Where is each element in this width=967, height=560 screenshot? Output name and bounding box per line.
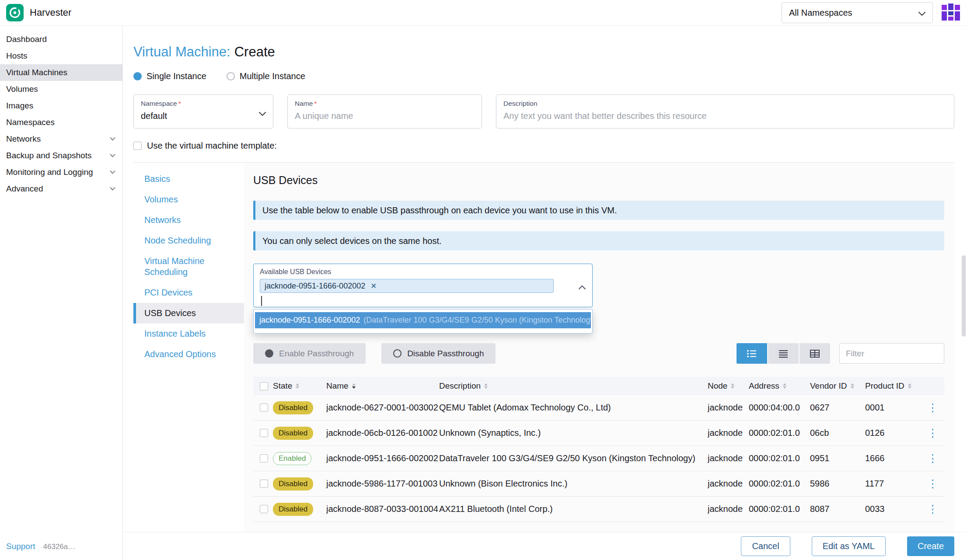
panel-title: USB Devices bbox=[253, 174, 944, 187]
device-name: jacknode-8087-0033-001004 bbox=[326, 504, 439, 514]
column-header-vendor-id[interactable]: Vendor ID bbox=[810, 381, 865, 391]
row-checkbox[interactable] bbox=[260, 429, 268, 437]
tab-networks[interactable]: Networks bbox=[133, 210, 244, 230]
dropdown-option[interactable]: jacknode-0951-1666-002002 (DataTraveler … bbox=[255, 312, 591, 328]
sidebar-item-advanced[interactable]: Advanced bbox=[0, 181, 122, 197]
column-header-product-id[interactable]: Product ID bbox=[865, 381, 926, 391]
node-name: jacknode bbox=[708, 504, 749, 514]
usb-devices-panel: USB Devices Use the table below to enabl… bbox=[244, 163, 954, 532]
chevron-down-icon bbox=[110, 187, 115, 191]
sidebar-item-backup-and-snapshots[interactable]: Backup and Snapshots bbox=[0, 147, 122, 164]
table-toolbar: Enable Passthrough Disable Passthrough bbox=[253, 343, 944, 364]
tab-instance-labels[interactable]: Instance Labels bbox=[133, 323, 244, 344]
brand-home-link[interactable]: Harvester bbox=[6, 4, 71, 21]
state-badge: Disabled bbox=[273, 401, 313, 414]
row-checkbox[interactable] bbox=[260, 454, 268, 463]
page-title: Virtual Machine:Create bbox=[133, 44, 954, 60]
row-actions-button[interactable]: ⋮ bbox=[927, 478, 938, 489]
sidebar-item-namespaces[interactable]: Namespaces bbox=[0, 114, 122, 131]
sidebar-item-volumes[interactable]: Volumes bbox=[0, 81, 122, 97]
usb-devices-table: StateNameDescriptionNodeAddressVendor ID… bbox=[253, 377, 944, 522]
row-actions-button[interactable]: ⋮ bbox=[927, 428, 938, 438]
name-input[interactable] bbox=[295, 111, 475, 121]
available-usb-devices-select[interactable]: Available USB Devices jacknode-0951-1666… bbox=[253, 264, 593, 307]
row-actions-button[interactable]: ⋮ bbox=[927, 453, 938, 464]
support-link[interactable]: Support bbox=[6, 542, 35, 551]
table-row: Disabledjacknode-8087-0033-001004AX211 B… bbox=[253, 497, 944, 522]
name-field: Name * bbox=[287, 94, 482, 129]
radio-label: Multiple Instance bbox=[240, 71, 305, 81]
disable-passthrough-button[interactable]: Disable Passthrough bbox=[381, 343, 496, 364]
list-lines-icon bbox=[778, 349, 789, 358]
radio-single-instance[interactable]: Single Instance bbox=[133, 71, 206, 81]
tab-pci-devices[interactable]: PCI Devices bbox=[133, 282, 244, 303]
namespace-select[interactable]: Namespace * default bbox=[133, 94, 273, 129]
vendor-id: 06cb bbox=[810, 428, 865, 438]
use-template-checkbox[interactable]: Use the virtual machine template: bbox=[133, 141, 277, 151]
scrollbar-thumb[interactable] bbox=[962, 255, 966, 337]
node-name: jacknode bbox=[708, 428, 749, 438]
tab-node-scheduling[interactable]: Node Scheduling bbox=[133, 230, 244, 251]
sidebar-item-images[interactable]: Images bbox=[0, 97, 122, 114]
column-header-state[interactable]: State bbox=[273, 381, 326, 391]
sidebar-item-networks[interactable]: Networks bbox=[0, 131, 122, 147]
column-header-address[interactable]: Address bbox=[749, 381, 810, 391]
tag-label: jacknode-0951-1666-002002 bbox=[265, 282, 365, 291]
product-id: 0001 bbox=[865, 403, 926, 413]
description-input[interactable] bbox=[503, 111, 947, 121]
tab-basics[interactable]: Basics bbox=[133, 169, 244, 189]
selected-device-tag: jacknode-0951-1666-002002 ✕ bbox=[260, 279, 554, 293]
row-actions-button[interactable]: ⋮ bbox=[927, 402, 938, 413]
radio-multiple-instance[interactable]: Multiple Instance bbox=[227, 71, 305, 81]
vendor-id: 0627 bbox=[810, 403, 865, 413]
row-checkbox[interactable] bbox=[260, 480, 268, 488]
select-all-checkbox[interactable] bbox=[260, 382, 268, 390]
create-button[interactable]: Create bbox=[907, 536, 954, 556]
compact-view-button[interactable] bbox=[768, 343, 799, 364]
required-asterisk: * bbox=[314, 100, 317, 108]
tab-usb-devices[interactable]: USB Devices bbox=[133, 303, 244, 323]
state-badge: Enabled bbox=[273, 452, 311, 465]
version-text: 46326a… bbox=[43, 543, 76, 551]
device-name: jacknode-0951-1666-002002 bbox=[326, 453, 439, 463]
state-badge: Disabled bbox=[273, 477, 313, 490]
sidebar-item-virtual-machines[interactable]: Virtual Machines bbox=[0, 64, 122, 81]
table-view-button[interactable] bbox=[799, 343, 830, 364]
sort-icon bbox=[783, 383, 786, 389]
device-address: 0000:02:01.0 bbox=[749, 504, 810, 514]
info-banner: Use the table below to enable USB passth… bbox=[253, 201, 944, 220]
edit-as-yaml-button[interactable]: Edit as YAML bbox=[812, 536, 886, 556]
row-actions-button[interactable]: ⋮ bbox=[927, 504, 938, 515]
combo-label: Available USB Devices bbox=[260, 268, 586, 276]
remove-tag-icon[interactable]: ✕ bbox=[370, 282, 377, 291]
main-content: Virtual Machine:Create Single Instance M… bbox=[123, 26, 967, 560]
sort-icon bbox=[731, 383, 734, 389]
tab-virtual-machine-scheduling[interactable]: Virtual Machine Scheduling bbox=[133, 251, 244, 282]
sidebar-item-label: Images bbox=[6, 101, 33, 111]
option-description: (DataTraveler 100 G3/G4/SE9 G2/50 Kyson … bbox=[363, 316, 591, 325]
vm-basic-form: Namespace * default Name * Description bbox=[133, 94, 954, 129]
state-badge: Disabled bbox=[273, 427, 313, 440]
namespace-filter-select[interactable]: All Namespaces bbox=[782, 2, 933, 23]
list-view-button[interactable] bbox=[737, 343, 767, 364]
user-avatar-identicon[interactable] bbox=[942, 3, 960, 22]
cancel-button[interactable]: Cancel bbox=[741, 536, 790, 556]
row-checkbox[interactable] bbox=[260, 505, 268, 513]
device-address: 0000:04:00.0 bbox=[749, 403, 810, 413]
enable-passthrough-button[interactable]: Enable Passthrough bbox=[253, 343, 366, 364]
checkbox-icon bbox=[133, 142, 142, 150]
tab-advanced-options[interactable]: Advanced Options bbox=[133, 344, 244, 365]
row-checkbox[interactable] bbox=[260, 403, 268, 412]
column-label: State bbox=[273, 381, 292, 391]
required-asterisk: * bbox=[178, 100, 181, 108]
list-bullets-icon bbox=[747, 349, 757, 358]
column-header-name[interactable]: Name bbox=[326, 381, 439, 391]
column-header-description[interactable]: Description bbox=[439, 381, 708, 391]
filter-input[interactable] bbox=[839, 343, 944, 364]
sidebar-item-dashboard[interactable]: Dashboard bbox=[0, 31, 122, 48]
column-header-node[interactable]: Node bbox=[708, 381, 749, 391]
tab-volumes[interactable]: Volumes bbox=[133, 189, 244, 210]
sidebar-item-hosts[interactable]: Hosts bbox=[0, 48, 122, 64]
filled-circle-icon bbox=[265, 349, 273, 358]
sidebar-item-monitoring-and-logging[interactable]: Monitoring and Logging bbox=[0, 164, 122, 181]
